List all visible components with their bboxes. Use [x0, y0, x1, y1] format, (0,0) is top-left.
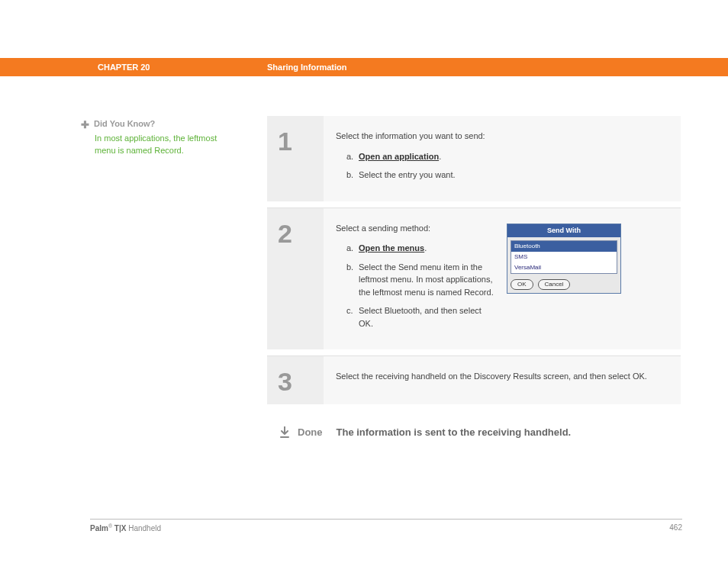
- did-you-know-title: Did You Know?: [94, 119, 155, 128]
- sub-label: c.: [346, 304, 359, 330]
- dialog-option-bluetooth[interactable]: Bluetooth: [511, 241, 617, 252]
- step-body: Select a sending method: a. Open the men…: [324, 208, 681, 350]
- step-2: 2 Select a sending method: a. Open the m…: [267, 208, 681, 350]
- step-sub: a. Open an application.: [346, 150, 668, 163]
- step-number: 3: [267, 356, 324, 404]
- header-bar: CHAPTER 20 Sharing Information: [0, 58, 728, 76]
- footer-rule: [90, 519, 682, 520]
- dialog-option-versamail[interactable]: VersaMail: [511, 262, 617, 273]
- done-label: Done: [298, 426, 323, 438]
- step-sub: b. Select the entry you want.: [346, 169, 668, 182]
- sub-text: Select the entry you want.: [359, 169, 456, 182]
- steps-container: 1 Select the information you want to sen…: [267, 116, 681, 455]
- open-menus-link[interactable]: Open the menus: [359, 243, 424, 253]
- step-number: 1: [267, 116, 324, 201]
- dialog-cancel-button[interactable]: Cancel: [538, 279, 571, 290]
- sub-suffix: .: [439, 152, 441, 161]
- dialog-ok-button[interactable]: OK: [511, 279, 533, 290]
- sub-label: a.: [346, 150, 359, 163]
- footer-model: T|X: [112, 524, 126, 532]
- step-sub: b. Select the Send menu item in the left…: [346, 261, 496, 299]
- done-text: The information is sent to the receiving…: [337, 426, 572, 438]
- step-intro: Select a sending method:: [336, 222, 496, 235]
- send-with-dialog: Send With Bluetooth SMS VersaMail OK Can…: [507, 224, 621, 294]
- sub-label: b.: [346, 169, 359, 182]
- step-3: 3 Select the receiving handheld on the D…: [267, 355, 681, 404]
- step-intro: Select the receiving handheld on the Dis…: [336, 370, 668, 383]
- open-application-link[interactable]: Open an application: [359, 152, 439, 161]
- footer-rest: Handheld: [126, 524, 161, 532]
- step-sub: a. Open the menus.: [346, 242, 496, 255]
- plus-icon: ✚: [81, 118, 92, 133]
- step-body: Select the information you want to send:…: [324, 116, 681, 201]
- dialog-title: Send With: [507, 224, 620, 238]
- step-1: 1 Select the information you want to sen…: [267, 116, 681, 201]
- step-sub: c. Select Bluetooth, and then select OK.: [346, 304, 496, 330]
- chapter-label: CHAPTER 20: [98, 63, 150, 72]
- dialog-buttons: OK Cancel: [507, 277, 620, 293]
- footer: Palm® T|X Handheld 462: [90, 523, 682, 532]
- did-you-know-body: In most applications, the leftmost menu …: [95, 133, 234, 157]
- sub-suffix: .: [424, 243, 427, 253]
- dialog-option-sms[interactable]: SMS: [511, 252, 617, 262]
- footer-brand-name: Palm: [90, 524, 108, 532]
- sidebar-tip: ✚ Did You Know? In most applications, th…: [81, 118, 234, 157]
- step-number: 2: [267, 208, 324, 350]
- step-intro: Select the information you want to send:: [336, 130, 668, 143]
- sub-text: Select the Send menu item in the leftmos…: [359, 261, 496, 299]
- done-arrow-icon: [278, 426, 292, 439]
- chapter-title: Sharing Information: [267, 63, 347, 72]
- step-body: Select the receiving handheld on the Dis…: [324, 356, 681, 404]
- done-row: Done The information is sent to the rece…: [267, 410, 681, 455]
- dialog-list[interactable]: Bluetooth SMS VersaMail: [511, 240, 617, 274]
- sub-label: b.: [346, 261, 359, 299]
- sub-label: a.: [346, 242, 359, 255]
- page-number: 462: [669, 523, 682, 532]
- sub-text: Select Bluetooth, and then select OK.: [359, 304, 496, 330]
- footer-brand: Palm® T|X Handheld: [90, 523, 161, 532]
